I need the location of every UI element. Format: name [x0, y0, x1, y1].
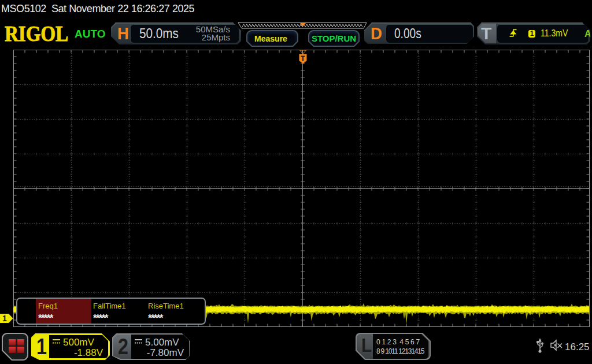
svg-text:1: 1	[2, 314, 7, 323]
